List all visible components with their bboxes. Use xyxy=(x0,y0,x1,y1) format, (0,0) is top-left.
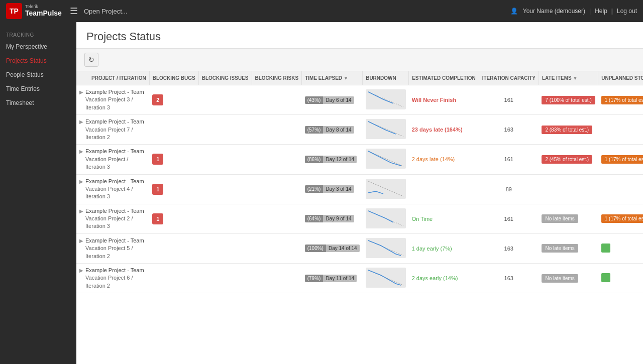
time-percent: (64%) xyxy=(305,215,324,222)
time-elapsed-cell: (79%) Day 11 of 14 xyxy=(302,264,363,293)
late-items-badge: No late items xyxy=(542,244,578,253)
completion-text: 1 day early (7%) xyxy=(412,246,452,252)
th-time-elapsed[interactable]: TIME ELAPSED ▼ xyxy=(302,71,363,85)
capacity-cell: 161 xyxy=(479,204,539,233)
completion-cell: 1 day early (7%) xyxy=(409,233,479,263)
svg-rect-0 xyxy=(366,89,406,109)
blocking-issues-cell xyxy=(198,174,252,204)
th-estimated-completion: ESTIMATED COMPLETION xyxy=(409,71,479,85)
capacity-cell: 163 xyxy=(479,233,539,263)
table-row: ▶ Example Project - Team Vacation Projec… xyxy=(76,145,643,174)
late-items-cell xyxy=(539,174,598,204)
time-day: Day 6 of 14 xyxy=(323,96,354,104)
time-percent: (100%) xyxy=(305,245,326,252)
table-row: ▶ Example Project - Team Vacation Projec… xyxy=(76,115,643,145)
blocking-risks-cell xyxy=(252,264,302,293)
blocking-bugs-cell: 1 xyxy=(149,174,198,204)
expand-arrow[interactable]: ▶ xyxy=(79,208,83,214)
th-late-items[interactable]: LATE ITEMS ▼ xyxy=(539,71,598,85)
blocking-issues-cell xyxy=(198,204,252,233)
burndown-cell xyxy=(363,264,409,293)
blocking-risks-cell xyxy=(252,174,302,204)
unplanned-badge: 1 (17% of total est.) xyxy=(601,96,643,104)
content-area: Projects Status ↻ PROJECT / ITERATION BL… xyxy=(76,22,643,364)
expand-arrow[interactable]: ▶ xyxy=(79,238,83,244)
logout-link[interactable]: Log out xyxy=(617,8,637,15)
blocking-risks-cell xyxy=(252,85,302,115)
burndown-cell xyxy=(363,204,409,233)
completion-text: 2 days early (14%) xyxy=(412,275,458,281)
th-blocking-bugs: BLOCKING BUGS xyxy=(149,71,198,85)
unplanned-stories-cell xyxy=(598,233,643,263)
completion-text: On Time xyxy=(412,216,433,222)
th-burndown: BURNDOWN xyxy=(363,71,409,85)
late-items-badge: 7 (100% of total est.) xyxy=(542,96,595,104)
blocking-issues-cell xyxy=(198,233,252,263)
sidebar-item-my-perspective[interactable]: My Perspective xyxy=(0,40,76,54)
svg-rect-3 xyxy=(366,179,406,199)
time-percent: (86%) xyxy=(305,156,324,163)
blocking-bugs-cell xyxy=(149,233,198,263)
unplanned-indicator xyxy=(601,244,610,253)
late-items-cell: 2 (45% of total est.) xyxy=(539,145,598,174)
project-name: Example Project - Team Vacation Project … xyxy=(85,148,144,171)
unplanned-stories-cell: 1 (17% of total est.) xyxy=(598,204,643,233)
expand-arrow[interactable]: ▶ xyxy=(79,179,83,184)
blocking-bugs-badge: 1 xyxy=(152,213,163,224)
sidebar-item-time-entries[interactable]: Time Entries xyxy=(0,82,76,96)
burndown-cell xyxy=(363,233,409,263)
unplanned-indicator xyxy=(601,273,610,282)
time-day: Day 9 of 14 xyxy=(323,215,354,222)
expand-arrow[interactable]: ▶ xyxy=(79,119,83,125)
blocking-issues-cell xyxy=(198,264,252,293)
open-project-link[interactable]: Open Project... xyxy=(84,8,510,15)
expand-arrow[interactable]: ▶ xyxy=(79,89,83,95)
time-elapsed-cell: (21%) Day 3 of 14 xyxy=(302,174,363,204)
time-elapsed-cell: (86%) Day 12 of 14 xyxy=(302,145,363,174)
blocking-risks-cell xyxy=(252,115,302,145)
table-row: ▶ Example Project - Team Vacation Projec… xyxy=(76,85,643,115)
project-cell: ▶ Example Project - Team Vacation Projec… xyxy=(76,115,149,145)
capacity-cell: 163 xyxy=(479,115,539,145)
logo-icon: TP xyxy=(6,3,22,19)
hamburger-icon[interactable]: ☰ xyxy=(70,6,78,17)
late-sort-icon: ▼ xyxy=(573,76,577,81)
sidebar-item-people-status[interactable]: People Status xyxy=(0,68,76,82)
table-row: ▶ Example Project - Team Vacation Projec… xyxy=(76,264,643,293)
topbar: TP Telerik TeamPulse ☰ Open Project... 👤… xyxy=(0,0,643,22)
unplanned-stories-cell xyxy=(598,115,643,145)
late-items-cell: No late items xyxy=(539,264,598,293)
refresh-button[interactable]: ↻ xyxy=(84,53,98,67)
time-day: Day 11 of 14 xyxy=(323,275,357,282)
project-name: Example Project - Team Vacation Project … xyxy=(85,88,144,111)
sidebar-item-timesheet[interactable]: Timesheet xyxy=(0,96,76,110)
blocking-bugs-badge: 1 xyxy=(152,184,163,195)
completion-cell xyxy=(409,174,479,204)
help-link[interactable]: Help xyxy=(595,8,607,15)
completion-text: 23 days late (164%) xyxy=(412,127,463,133)
blocking-risks-cell xyxy=(252,145,302,174)
logo-teampulse: TeamPulse xyxy=(25,10,62,17)
project-cell: ▶ Example Project - Team Vacation Projec… xyxy=(76,204,149,233)
th-project: PROJECT / ITERATION xyxy=(76,71,149,85)
late-items-badge: 2 (45% of total est.) xyxy=(542,155,592,164)
project-name: Example Project - Team Vacation Project … xyxy=(85,267,144,290)
logo-text: Telerik TeamPulse xyxy=(25,5,62,17)
time-day: Day 3 of 14 xyxy=(323,185,354,193)
sidebar-item-projects-status[interactable]: Projects Status xyxy=(0,54,76,68)
time-day: Day 14 of 14 xyxy=(326,245,360,252)
expand-arrow[interactable]: ▶ xyxy=(79,149,83,154)
late-items-cell: No late items xyxy=(539,204,598,233)
time-percent: (57%) xyxy=(305,126,324,134)
th-unplanned-stories: UNPLANNED STORIES xyxy=(598,71,643,85)
late-items-cell: 7 (100% of total est.) xyxy=(539,85,598,115)
project-cell: ▶ Example Project - Team Vacation Projec… xyxy=(76,233,149,263)
user-name: Your Name (demouser) xyxy=(523,8,585,15)
blocking-bugs-badge: 2 xyxy=(152,94,163,105)
th-blocking-issues: BLOCKING ISSUES xyxy=(198,71,252,85)
blocking-bugs-badge: 1 xyxy=(152,154,163,165)
table-row: ▶ Example Project - Team Vacation Projec… xyxy=(76,204,643,233)
th-blocking-risks: BLOCKING RISKS xyxy=(252,71,302,85)
capacity-cell: 161 xyxy=(479,85,539,115)
expand-arrow[interactable]: ▶ xyxy=(79,268,83,273)
